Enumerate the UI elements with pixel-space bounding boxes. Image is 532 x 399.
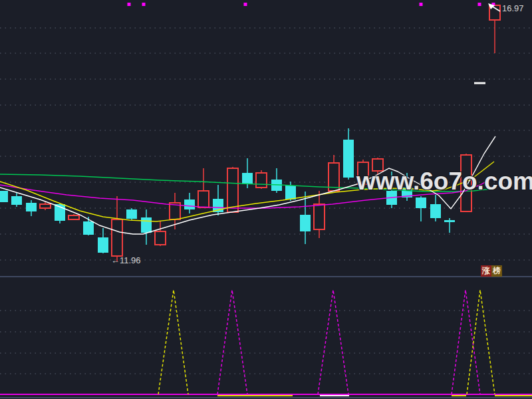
candle-body <box>68 215 79 219</box>
candle-body <box>155 231 166 245</box>
signal-triangle <box>217 290 247 394</box>
chart-canvas[interactable] <box>0 0 532 399</box>
candle-body <box>329 163 339 191</box>
candle-body <box>26 203 37 211</box>
candle-body <box>126 209 137 219</box>
candle-body <box>184 200 195 209</box>
rise-rank-badge[interactable]: 涨 榜 <box>481 265 502 277</box>
high-price-label: 16.97 <box>502 3 524 13</box>
candle-body <box>83 221 94 235</box>
signal-triangle <box>318 290 348 394</box>
candle-body <box>444 220 455 222</box>
candle-body <box>430 204 441 218</box>
candle-body <box>314 204 325 229</box>
candle-body <box>0 191 8 202</box>
signal-triangle <box>158 290 188 394</box>
candle-body <box>416 198 426 208</box>
candle-body <box>227 168 238 212</box>
signal-dot <box>478 3 481 6</box>
low-price-label: ←11.96 <box>111 255 141 265</box>
candle-body <box>40 204 51 208</box>
signal-dot <box>420 3 423 6</box>
stock-chart-window: www.6o7o.com 16.97 ←11.96 涨 榜 <box>0 0 532 399</box>
candle-body <box>141 217 152 233</box>
candle-body <box>242 173 253 184</box>
candle-body <box>343 140 354 178</box>
signal-triangle <box>467 290 495 394</box>
signal-dot <box>244 3 247 6</box>
candle-body <box>11 196 22 205</box>
candle-body <box>112 219 122 256</box>
rise-rank-badge-char2: 榜 <box>491 265 502 277</box>
candle-body <box>198 191 209 207</box>
candle-body <box>98 237 108 253</box>
signal-dot <box>128 3 131 6</box>
candle-body <box>256 173 267 188</box>
candle-body <box>300 215 311 231</box>
signal-triangle <box>452 290 480 394</box>
signal-dot <box>142 3 146 6</box>
candle-body <box>285 186 296 200</box>
watermark: www.6o7o.com <box>356 168 532 196</box>
rise-rank-badge-char1: 涨 <box>481 265 491 277</box>
